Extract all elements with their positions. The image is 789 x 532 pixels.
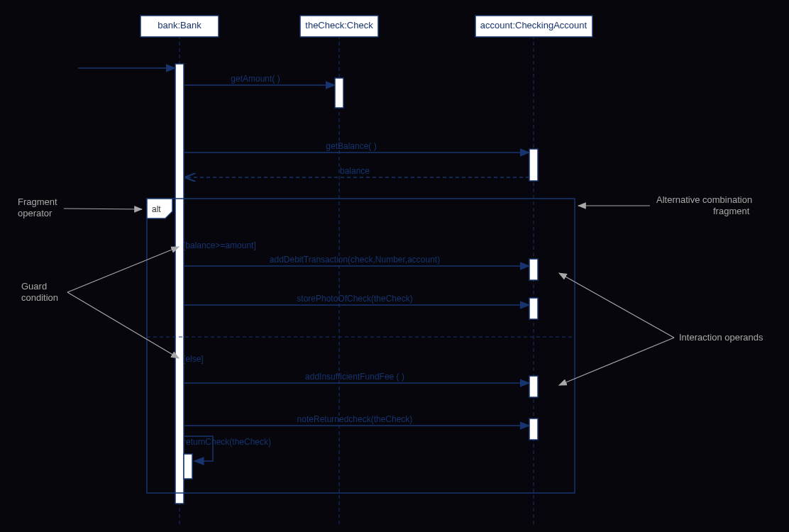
anno-altfrag-2: fragment bbox=[713, 206, 750, 216]
msg-addFee-text: addInsufficientFundFee ( ) bbox=[305, 372, 404, 382]
anno-guard-1: Guard bbox=[21, 281, 47, 292]
msg-balance-text: balance bbox=[340, 166, 370, 176]
alt-tag-text: alt bbox=[152, 204, 161, 214]
activation-account-noteReturned bbox=[529, 419, 538, 440]
activation-check-getAmount bbox=[335, 78, 343, 108]
msg-addDebit-text: addDebitTransaction(check,Number,account… bbox=[270, 255, 440, 265]
activation-account-addDebit bbox=[529, 259, 538, 280]
anno-fragment-operator-line bbox=[64, 209, 142, 209]
sequence-diagram: bank:Bank theCheck:Check account:Checkin… bbox=[0, 0, 789, 532]
anno-interop-line2 bbox=[559, 338, 674, 385]
anno-fragment-operator-1: Fragment bbox=[18, 196, 57, 207]
msg-noteReturned-text: noteReturnedcheck(theCheck) bbox=[297, 414, 413, 424]
anno-guard-2: condition bbox=[21, 292, 58, 303]
msg-storePhoto-text: storePhotoOfCheck(theCheck) bbox=[297, 294, 412, 304]
lifeline-bank-label: bank:Bank bbox=[158, 20, 202, 31]
lifeline-account-label: account:CheckingAccount bbox=[480, 20, 587, 31]
activation-account-getBalance bbox=[529, 149, 538, 181]
anno-altfrag-1: Alternative combination bbox=[656, 194, 752, 205]
anno-guard-line1 bbox=[67, 247, 179, 292]
activation-account-addFee bbox=[529, 376, 538, 397]
activation-account-storePhoto bbox=[529, 298, 538, 319]
lifeline-check-label: theCheck:Check bbox=[305, 20, 373, 31]
anno-interop: Interaction operands bbox=[679, 332, 763, 343]
anno-interop-line1 bbox=[559, 273, 674, 338]
anno-guard-line2 bbox=[67, 292, 179, 358]
msg-getBalance-text: getBalance( ) bbox=[326, 141, 376, 151]
anno-fragment-operator-2: operator bbox=[18, 208, 53, 218]
msg-getAmount-text: getAmount( ) bbox=[231, 74, 280, 84]
guard2-text: [else] bbox=[183, 354, 204, 364]
guard1-text: [balance>=amount] bbox=[183, 240, 256, 250]
activation-bank-returnCheck bbox=[184, 454, 192, 479]
msg-returnCheck-text: returnCheck(theCheck) bbox=[183, 437, 271, 447]
